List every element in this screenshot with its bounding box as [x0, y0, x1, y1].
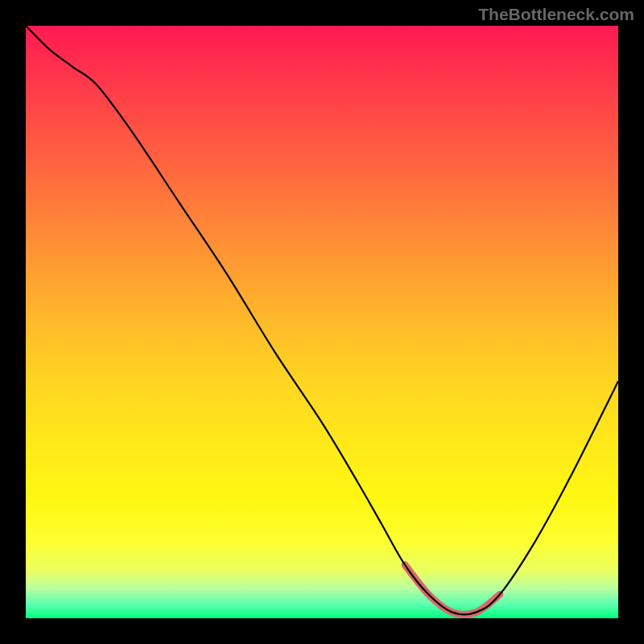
chart-svg — [26, 26, 618, 618]
chart-plot-area — [26, 26, 618, 618]
curve-line — [26, 26, 618, 614]
watermark-text: TheBottleneck.com — [478, 5, 634, 24]
